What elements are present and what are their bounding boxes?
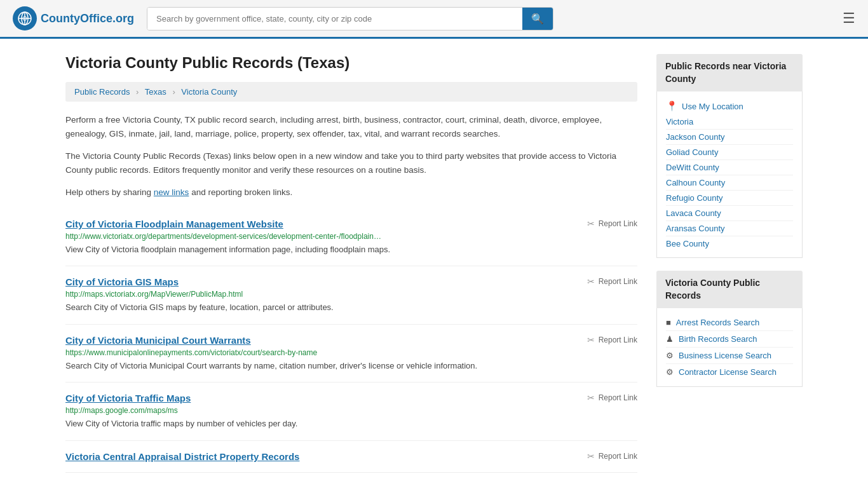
description-1: Perform a free Victoria County, TX publi…: [65, 113, 637, 140]
sidebar-record-business: ⚙ Business License Search: [666, 348, 793, 364]
arrest-icon: ■: [666, 318, 671, 327]
sidebar-link-goliad-county[interactable]: Goliad County: [666, 145, 793, 160]
record-title-3[interactable]: City of Victoria Traffic Maps: [65, 393, 191, 403]
record-url-1: http://maps.victoriatx.org/MapViewer/Pub…: [65, 290, 637, 299]
page-title: Victoria County Public Records (Texas): [65, 54, 637, 72]
record-title-0[interactable]: City of Victoria Floodplain Management W…: [65, 219, 283, 229]
sidebar: Public Records near Victoria County 📍 Us…: [656, 54, 803, 473]
nearby-header: Public Records near Victoria County: [656, 54, 803, 92]
main-content: Victoria County Public Records (Texas) P…: [65, 54, 637, 473]
sidebar-link-contractor-license[interactable]: Contractor License Search: [679, 367, 776, 377]
breadcrumb: Public Records › Texas › Victoria County: [65, 82, 637, 102]
sidebar-record-arrest: ■ Arrest Records Search: [666, 315, 793, 331]
sidebar-link-birth-records[interactable]: Birth Records Search: [679, 334, 757, 344]
birth-icon: ♟: [666, 334, 674, 344]
record-desc-0: View City of Victoria floodplain managem…: [65, 243, 637, 256]
record-desc-3: View City of Victoria traffic maps by nu…: [65, 417, 637, 430]
sidebar-link-aransas-county[interactable]: Aransas County: [666, 221, 793, 236]
sidebar-link-bee-county[interactable]: Bee County: [666, 236, 793, 251]
breadcrumb-link-texas[interactable]: Texas: [145, 87, 166, 97]
search-bar: 🔍: [147, 7, 553, 30]
records-section-body: ■ Arrest Records Search ♟ Birth Records …: [656, 308, 803, 387]
location-pin-icon: 📍: [666, 100, 678, 112]
report-icon-2: ✂: [587, 335, 595, 345]
site-header: CountyOffice.org 🔍 ☰: [0, 0, 868, 39]
breadcrumb-link-victoria-county[interactable]: Victoria County: [181, 87, 237, 97]
record-url-3: http://maps.google.com/maps/ms: [65, 406, 637, 415]
report-link-4[interactable]: ✂ Report Link: [587, 451, 637, 461]
site-logo[interactable]: CountyOffice.org: [13, 6, 134, 30]
record-desc-2: Search City of Victoria Municipal Court …: [65, 360, 637, 372]
record-item: City of Victoria GIS Maps ✂ Report Link …: [65, 266, 637, 325]
description-3: Help others by sharing new links and rep…: [65, 186, 637, 200]
sidebar-record-contractor: ⚙ Contractor License Search: [666, 364, 793, 380]
record-url-2: https://www.municipalonlinepayments.com/…: [65, 348, 637, 357]
contractor-icon: ⚙: [666, 367, 674, 377]
record-item: City of Victoria Traffic Maps ✂ Report L…: [65, 383, 637, 441]
record-item: City of Victoria Municipal Court Warrant…: [65, 325, 637, 383]
record-item: Victoria Central Appraisal District Prop…: [65, 441, 637, 473]
report-link-0[interactable]: ✂ Report Link: [587, 219, 637, 229]
report-link-3[interactable]: ✂ Report Link: [587, 393, 637, 403]
nearby-body: 📍 Use My Location Victoria Jackson Count…: [656, 92, 803, 258]
search-input[interactable]: [147, 8, 522, 30]
record-title-1[interactable]: City of Victoria GIS Maps: [65, 276, 179, 287]
description-2: The Victoria County Public Records (Texa…: [65, 149, 637, 177]
record-desc-1: Search City of Victoria GIS maps by feat…: [65, 301, 637, 314]
main-container: Victoria County Public Records (Texas) P…: [53, 39, 815, 488]
report-link-1[interactable]: ✂ Report Link: [587, 276, 637, 287]
sidebar-link-jackson-county[interactable]: Jackson County: [666, 130, 793, 145]
records-section: Victoria County Public Records ■ Arrest …: [656, 271, 803, 387]
records-section-header: Victoria County Public Records: [656, 271, 803, 308]
sidebar-link-calhoun-county[interactable]: Calhoun County: [666, 175, 793, 191]
business-icon: ⚙: [666, 351, 674, 360]
report-icon-4: ✂: [587, 451, 595, 461]
report-icon-3: ✂: [587, 393, 595, 403]
record-title-2[interactable]: City of Victoria Municipal Court Warrant…: [65, 335, 251, 346]
sidebar-link-arrest-records[interactable]: Arrest Records Search: [676, 318, 760, 327]
record-url-0: http://www.victoriatx.org/departments/de…: [65, 232, 637, 241]
record-item: City of Victoria Floodplain Management W…: [65, 208, 637, 267]
search-icon: 🔍: [531, 13, 544, 24]
records-list: City of Victoria Floodplain Management W…: [65, 208, 637, 473]
sidebar-link-refugio-county[interactable]: Refugio County: [666, 191, 793, 206]
logo-icon: [13, 6, 37, 30]
new-links-link[interactable]: new links: [154, 187, 189, 197]
sidebar-link-dewitt-county[interactable]: DeWitt County: [666, 160, 793, 175]
menu-icon[interactable]: ☰: [843, 10, 855, 27]
logo-text: CountyOffice.org: [41, 12, 134, 25]
use-my-location-link[interactable]: 📍 Use My Location: [666, 98, 793, 114]
sidebar-link-lavaca-county[interactable]: Lavaca County: [666, 206, 793, 221]
report-icon-0: ✂: [587, 219, 595, 229]
report-link-2[interactable]: ✂ Report Link: [587, 335, 637, 345]
nearby-section: Public Records near Victoria County 📍 Us…: [656, 54, 803, 258]
record-title-4[interactable]: Victoria Central Appraisal District Prop…: [65, 451, 299, 462]
report-icon-1: ✂: [587, 276, 595, 287]
search-button[interactable]: 🔍: [522, 8, 553, 30]
breadcrumb-link-public-records[interactable]: Public Records: [74, 87, 130, 97]
sidebar-record-birth: ♟ Birth Records Search: [666, 331, 793, 348]
sidebar-link-victoria[interactable]: Victoria: [666, 114, 793, 130]
sidebar-link-business-license[interactable]: Business License Search: [679, 351, 771, 360]
